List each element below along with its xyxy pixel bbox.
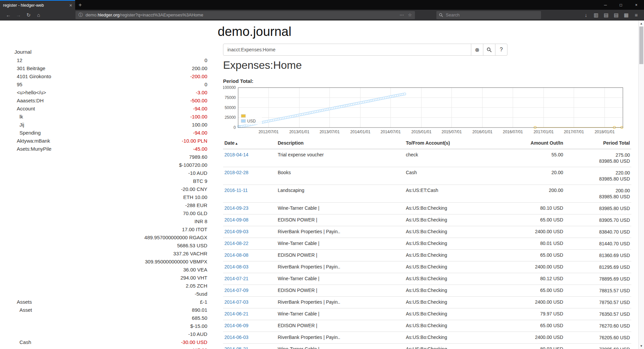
tab-close-icon[interactable]: × [69,3,72,8]
site-info-icon[interactable]: ⓘ [78,12,83,18]
forward-button[interactable]: → [13,11,23,19]
account-link[interactable]: 301 Beiträge [0,65,45,71]
register-account-cell: As:US:Bo:Checking [405,344,503,349]
bookmark-star-icon[interactable]: ☆ [408,12,412,17]
register-amount-cell: 65.00 USD [503,320,565,332]
back-button[interactable]: ← [3,11,13,19]
transaction-date-link[interactable]: 2014-05-21 [224,346,249,349]
account-link[interactable]: Account [0,106,35,111]
account-balance: 337.26 VACHR [173,251,207,256]
transaction-date-link[interactable]: 2014-08-03 [224,264,249,269]
window-close-button[interactable]: × [629,0,644,10]
account-link[interactable]: 12 [0,57,22,63]
register-amount-cell: 2400.00 USD [503,297,565,308]
account-link[interactable]: 95 [0,82,22,87]
transaction-date-link[interactable]: 2014-06-21 [224,311,249,316]
account-column-header[interactable]: To/From Account(s) [405,137,503,149]
transaction-date-link[interactable]: 2018-02-28 [224,170,249,175]
svg-text:2015/01/01: 2015/01/01 [411,130,431,134]
reload-button[interactable]: ↻ [23,11,34,19]
account-balance: -288 EUR [185,202,207,208]
period-total-line: 83985.80 USD [566,194,630,200]
register-date-cell: 2014-06-21 [223,308,276,320]
page-actions-icon[interactable]: ⋯ [399,12,404,17]
register-date-cell: 2014-07-09 [223,285,276,297]
account-link[interactable]: lk [0,114,23,119]
search-icon [439,13,443,17]
account-balance: -10.00 PLN [182,138,207,144]
url-bar[interactable]: ⓘ demo.hledger.org/register?q=inacct%3AE… [75,11,415,19]
transaction-date-link[interactable]: 2014-08-22 [224,241,249,246]
sidebar-journal-link[interactable]: Journal [0,48,207,56]
library-icon[interactable]: ▥ [591,11,601,19]
transaction-date-link[interactable]: 2014-09-23 [224,205,249,211]
account-link[interactable]: Spending [0,130,41,136]
register-amount-cell: 55.00 [503,149,565,167]
transaction-date-link[interactable]: 2014-06-09 [224,323,249,328]
transaction-date-link[interactable]: 2014-07-09 [224,288,249,293]
minimize-button[interactable]: ─ [598,0,613,10]
extension-icon[interactable]: ▤ [601,11,611,19]
account-link[interactable]: 4101 Girokonto [0,73,51,79]
account-link[interactable]: Asets:MunyPile [0,146,51,152]
page-scrollbar[interactable]: ▲ ▼ [638,20,644,349]
account-link[interactable]: Cash [0,339,31,345]
transaction-date-link[interactable]: 2014-09-08 [224,217,249,222]
query-input[interactable] [223,44,471,56]
register-account-cell: As:US:Bo:Checking [405,238,503,250]
register-date-cell: 2014-07-21 [223,273,276,285]
help-button[interactable]: ? [495,44,507,56]
grid-icon[interactable]: ▦ [621,11,631,19]
sidebar-account-row: Asset890.01 [0,306,207,314]
home-button[interactable]: ⌂ [34,11,44,19]
account-balance: -20.00 CNY [181,186,207,192]
search-button[interactable] [483,44,495,56]
register-total-cell: 81360.69 USD [565,250,631,261]
date-column-header[interactable]: Date▴ [223,137,276,149]
menu-icon[interactable]: ≡ [631,11,641,19]
account-link[interactable]: Assets [0,299,32,305]
amount-column-header[interactable]: Amount Out/In [503,137,565,149]
scroll-up-arrow[interactable]: ▲ [639,21,644,26]
svg-text:2015/07/01: 2015/07/01 [442,130,462,134]
browser-tab[interactable]: register - hledger-web × [0,0,75,10]
download-icon[interactable]: ↓ [581,11,591,19]
transaction-date-link[interactable]: 2014-07-03 [224,299,249,305]
scrollbar-thumb[interactable] [639,27,643,64]
reader-icon[interactable]: ▤ [611,11,621,19]
period-total-line: 220.00 [566,170,630,176]
account-link[interactable]: <u>hello</u> [0,90,46,95]
transaction-date-link[interactable]: 2014-06-03 [224,335,249,340]
register-account-cell: As:US:Bo:Checking [405,297,503,308]
account-link[interactable]: Jij [0,122,24,128]
new-tab-button[interactable]: + [75,0,85,10]
period-total-line: 81295.69 USD [566,264,630,270]
query-form: ⊗ ? [223,44,507,56]
search-icon [487,47,492,52]
clear-query-button[interactable]: ⊗ [471,44,483,56]
period-total-chart: 02500050000750001000002012/07/012013/01/… [223,84,626,135]
account-link[interactable]: Aktywa:mBank [0,138,50,144]
period-total-line: 81440.70 USD [566,241,630,247]
transaction-date-link[interactable]: 2014-08-08 [224,252,249,258]
maximize-button[interactable]: □ [613,0,629,10]
register-amount-cell: 80.03 USD [503,344,565,349]
register-description-cell: RiverBank Properties | Payin.. [276,332,405,344]
total-column-header[interactable]: Period Total [565,137,631,149]
description-column-header[interactable]: Description [276,137,405,149]
transaction-date-link[interactable]: 2018-04-14 [224,152,249,157]
transaction-date-link[interactable]: 2016-11-11 [224,188,248,193]
browser-search-field[interactable]: Search [436,11,541,19]
register-date-cell: 2018-02-28 [223,167,276,185]
svg-text:75000: 75000 [225,95,236,100]
period-total-line: 275.00 [566,152,630,158]
scroll-down-arrow[interactable]: ▼ [639,343,644,349]
sidebar-account-row: 301 Beiträge200.00 [0,64,207,72]
account-balance: 0 [205,57,207,63]
account-balance: 489.957000000000 RGAGX [144,235,207,240]
transaction-date-link[interactable]: 2014-09-03 [224,229,249,234]
account-balance: 0 [205,82,207,87]
account-link[interactable]: Aaasets:DH [0,98,44,103]
transaction-date-link[interactable]: 2014-07-21 [224,276,249,281]
account-link[interactable]: Asset [0,307,32,313]
